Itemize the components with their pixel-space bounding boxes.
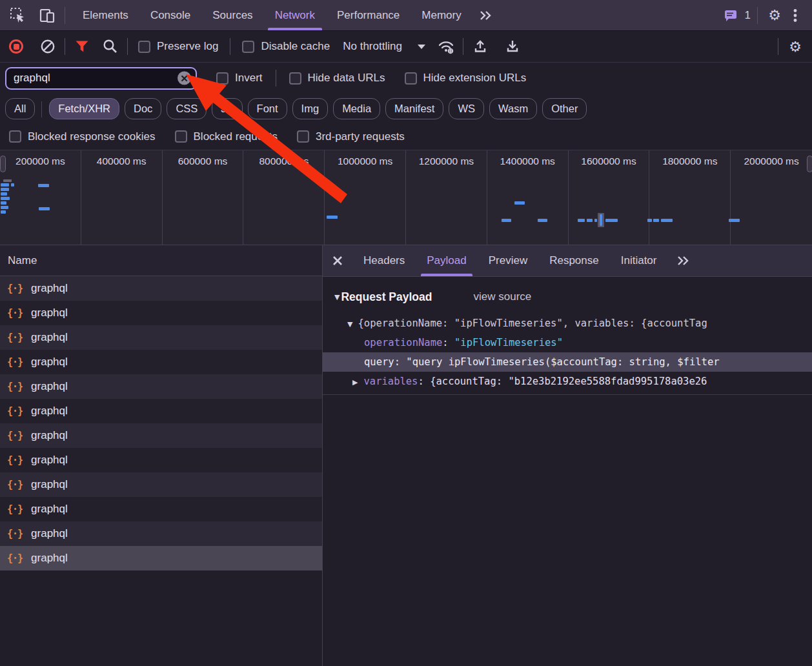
clear-input-icon[interactable]: ✕ — [178, 72, 191, 85]
checkbox[interactable] — [242, 41, 254, 53]
request-row[interactable]: {·} graphql — [0, 497, 322, 521]
overview-left-handle[interactable] — [0, 156, 6, 172]
import-har-icon[interactable] — [470, 36, 491, 57]
export-har-icon[interactable] — [502, 36, 523, 57]
request-row[interactable]: {·} graphql — [0, 374, 322, 399]
detail-tab[interactable]: Response — [538, 245, 610, 276]
filter-funnel-icon[interactable] — [72, 36, 92, 57]
third-party-requests-checkbox[interactable]: 3rd-party requests — [297, 130, 405, 143]
checkbox[interactable] — [9, 130, 21, 143]
name-column-header[interactable]: Name — [0, 245, 322, 276]
expand-triangle-icon[interactable]: ▶ — [352, 378, 358, 387]
hide-data-urls-checkbox[interactable]: Hide data URLs — [289, 72, 385, 85]
inspect-icon[interactable] — [8, 5, 28, 26]
request-row[interactable]: {·} graphql — [0, 546, 322, 570]
main-tab[interactable]: Elements — [72, 0, 139, 30]
request-row[interactable]: {·} graphql — [0, 399, 322, 423]
checkbox[interactable] — [289, 72, 301, 85]
json-key: variables — [363, 376, 418, 387]
request-row[interactable]: {·} graphql — [0, 448, 322, 472]
hide-extension-urls-checkbox[interactable]: Hide extension URLs — [405, 72, 527, 85]
network-toolbar: Preserve log Disable cache No throttling — [0, 31, 812, 63]
request-name: graphql — [31, 429, 68, 442]
type-filter-chip[interactable]: CSS — [167, 98, 207, 119]
type-filter-chip[interactable]: Fetch/XHR — [49, 98, 119, 119]
chat-icon[interactable] — [720, 5, 741, 26]
kebab-menu-icon[interactable] — [785, 5, 806, 26]
checkbox[interactable] — [297, 130, 309, 143]
network-overview-timeline[interactable]: 200000 ms 400000 ms 600000 ms 800000 ms … — [0, 150, 812, 245]
timeline-tick-label: 1600000 ms — [569, 150, 650, 245]
record-icon[interactable] — [9, 39, 23, 54]
fetch-xhr-icon: {·} — [7, 528, 23, 540]
invert-checkbox[interactable]: Invert — [216, 72, 263, 85]
type-filter-chip[interactable]: Doc — [125, 98, 161, 119]
main-tab-bar: Elements Console Sources Network Perform… — [0, 0, 812, 31]
device-toolbar-icon[interactable] — [37, 5, 58, 26]
detail-tab[interactable]: Initiator — [610, 245, 668, 276]
type-filter-chip[interactable]: Font — [248, 98, 287, 119]
collapse-triangle-icon[interactable]: ▼ — [334, 293, 340, 301]
timeline-tick-label: 1000000 ms — [325, 150, 406, 245]
request-row[interactable]: {·} graphql — [0, 472, 322, 497]
detail-tab[interactable]: Payload — [416, 245, 477, 276]
overview-right-handle[interactable] — [807, 156, 812, 172]
checkbox[interactable] — [405, 72, 417, 85]
main-tab[interactable]: Console — [139, 0, 201, 30]
request-name: graphql — [31, 405, 68, 418]
main-tab[interactable]: Sources — [201, 0, 263, 30]
gear-icon[interactable]: ⚙ — [764, 5, 785, 26]
payload-summary-row[interactable]: ▼{operationName: "ipFlowTimeseries", var… — [323, 314, 812, 333]
blocked-response-cookies-checkbox[interactable]: Blocked response cookies — [9, 130, 156, 143]
main-tab[interactable]: Memory — [411, 0, 472, 30]
type-filter-chip[interactable]: WS — [449, 98, 484, 119]
type-filter-chip[interactable]: Manifest — [385, 98, 443, 119]
request-row[interactable]: {·} graphql — [0, 521, 322, 546]
payload-query-row-selected[interactable]: query: "query ipFlowTimeseries($accountT… — [323, 352, 812, 372]
gear-icon[interactable]: ⚙ — [785, 36, 806, 57]
close-icon[interactable] — [323, 256, 352, 266]
request-type-chips: All Fetch/XHR Doc CSS JS Font Img Media … — [0, 94, 812, 123]
request-row[interactable]: {·} graphql — [0, 325, 322, 350]
payload-variables-row[interactable]: ▶variables: {accountTag: "b12e3b2192ee55… — [323, 372, 812, 391]
clear-icon[interactable] — [37, 36, 58, 57]
more-tabs-icon[interactable] — [475, 5, 496, 26]
request-row[interactable]: {·} graphql — [0, 276, 322, 301]
filter-input[interactable]: graphql ✕ — [5, 67, 197, 90]
main-tabs: Elements Console Sources Network Perform… — [72, 0, 472, 30]
type-filter-chip[interactable]: Other — [542, 98, 587, 119]
detail-tab[interactable]: Preview — [478, 245, 538, 276]
blocked-requests-checkbox[interactable]: Blocked requests — [175, 130, 278, 143]
payload-operation-row[interactable]: operationName: "ipFlowTimeseries" — [323, 333, 812, 352]
checkbox[interactable] — [138, 41, 150, 53]
request-row[interactable]: {·} graphql — [0, 423, 322, 448]
timeline-tick-label: 400000 ms — [81, 150, 163, 245]
main-tab[interactable]: Network — [264, 0, 326, 30]
type-filter-chip[interactable]: Img — [292, 98, 329, 119]
type-filter-chip[interactable]: Media — [333, 98, 380, 119]
main-tab[interactable]: Performance — [326, 0, 411, 30]
search-icon[interactable] — [100, 36, 121, 57]
disable-cache-label: Disable cache — [261, 40, 330, 53]
disable-cache-checkbox[interactable]: Disable cache — [242, 40, 330, 53]
expand-triangle-icon[interactable]: ▼ — [347, 320, 352, 328]
preserve-log-checkbox[interactable]: Preserve log — [138, 40, 218, 53]
view-source-link[interactable]: view source — [474, 290, 532, 303]
fetch-xhr-icon: {·} — [7, 552, 23, 564]
more-detail-tabs-icon[interactable] — [673, 250, 693, 271]
request-row[interactable]: {·} graphql — [0, 301, 322, 325]
throttling-select[interactable]: No throttling — [343, 40, 425, 53]
network-conditions-icon[interactable] — [436, 36, 456, 57]
type-filter-chip[interactable]: Wasm — [489, 98, 537, 119]
fetch-xhr-icon: {·} — [7, 454, 23, 466]
detail-tab[interactable]: Headers — [352, 245, 416, 276]
detail-tabs: Headers Payload Preview Response Initiat… — [352, 245, 667, 276]
type-filter-chip[interactable]: All — [5, 98, 35, 119]
fetch-xhr-icon: {·} — [7, 381, 23, 392]
checkbox[interactable] — [216, 72, 228, 85]
fetch-xhr-icon: {·} — [7, 332, 23, 343]
request-row[interactable]: {·} graphql — [0, 350, 322, 374]
type-filter-chip[interactable]: JS — [212, 98, 242, 119]
issues-count[interactable]: 1 — [745, 9, 751, 22]
checkbox[interactable] — [175, 130, 187, 143]
